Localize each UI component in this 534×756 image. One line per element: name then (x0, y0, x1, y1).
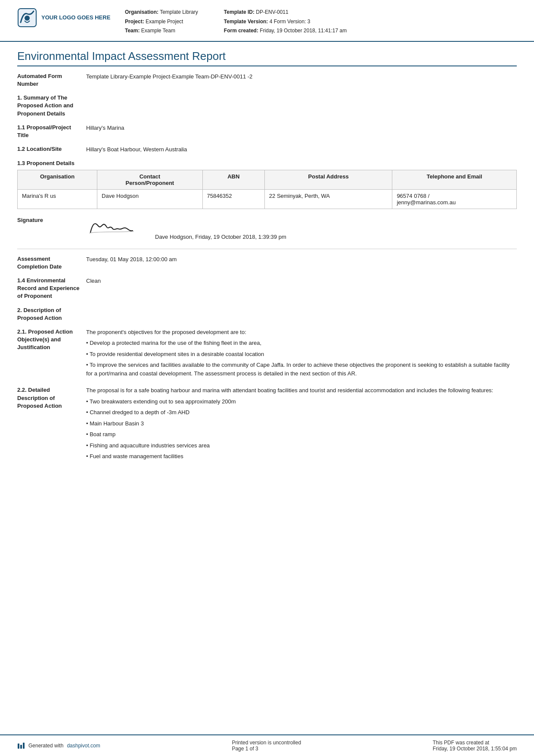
signature-row: Signature Dave Hodgson, Friday, 19 Octob… (17, 215, 517, 243)
dashpivot-logo-icon (17, 742, 25, 750)
assessment-completion-row: Assessment Completion Date Tuesday, 01 M… (17, 255, 517, 271)
page: YOUR LOGO GOES HERE Organisation: Templa… (0, 0, 534, 756)
section2-1-label: 2.1. Proposed Action Objective(s) and Ju… (17, 328, 86, 352)
section2-1-row: 2.1. Proposed Action Objective(s) and Ju… (17, 328, 517, 381)
project-label: Project: (125, 19, 144, 25)
table-row: Marina's R us Dave Hodgson 75846352 22 S… (18, 189, 517, 209)
team-value: Example Team (141, 28, 175, 34)
automated-form-label: Automated Form Number (17, 72, 86, 88)
section1-1-row: 1.1 Proposal/Project Title Hillary's Mar… (17, 124, 517, 139)
section1-1-value: Hillary's Marina (86, 124, 517, 132)
signature-area: Dave Hodgson, Friday, 19 October 2018, 1… (86, 215, 286, 243)
cell-organisation: Marina's R us (18, 189, 97, 209)
section1-4-value: Clean (86, 277, 517, 285)
signature-svg (86, 215, 142, 239)
proponent-table: Organisation ContactPerson/Proponent ABN… (17, 170, 517, 209)
footer-left: Generated with dashpivot.com (17, 742, 100, 750)
header-col-right: Template ID: DP-ENV-0011 Template Versio… (224, 8, 347, 36)
svg-point-1 (25, 16, 30, 21)
template-version-value: 4 (270, 19, 273, 25)
col-organisation: Organisation (18, 170, 97, 189)
signature-image (86, 215, 142, 243)
page-number: Page 1 of 3 (232, 746, 301, 752)
project-row: Project: Example Project (125, 17, 198, 27)
section1-2-row: 1.2 Location/Site Hillary's Boat Harbour… (17, 145, 517, 154)
header-meta: Organisation: Template Library Project: … (125, 8, 517, 36)
svg-rect-4 (23, 743, 25, 749)
cell-contact: Dave Hodgson (97, 189, 203, 209)
section2-2-row: 2.2. Detailed Description of Proposed Ac… (17, 386, 517, 463)
section1-4-row: 1.4 Environmental Record and Experience … (17, 277, 517, 300)
template-version-row: Template Version: 4 Form Version: 3 (224, 17, 347, 27)
svg-rect-2 (18, 744, 19, 749)
section1-4-label: 1.4 Environmental Record and Experience … (17, 277, 86, 300)
logo-text: YOUR LOGO GOES HERE (41, 14, 110, 22)
pdf-created-date: Friday, 19 October 2018, 1:55:04 pm (433, 746, 517, 752)
section2-label: 2. Description of Proposed Action (17, 306, 86, 322)
team-label: Team: (125, 28, 140, 34)
org-row: Organisation: Template Library (125, 8, 198, 17)
form-version-value: 3 (307, 19, 310, 25)
main-content: Environmental Impact Assessment Report A… (0, 42, 534, 734)
pdf-created-label: This PDF was created at (433, 740, 517, 746)
footer: Generated with dashpivot.com Printed ver… (0, 734, 534, 756)
col-abn: ABN (202, 170, 264, 189)
section1-2-label: 1.2 Location/Site (17, 145, 86, 153)
org-value: Template Library (160, 9, 198, 15)
signature-label: Signature (17, 215, 86, 223)
template-id-row: Template ID: DP-ENV-0011 (224, 8, 347, 17)
section2-1-bullet-1: • Develop a protected marina for the use… (86, 339, 517, 347)
section1-label: 1. Summary of The Proposed Action and Pr… (17, 94, 86, 118)
logo-icon (17, 8, 37, 28)
section2-2-bullet-4: • Boat ramp (86, 430, 517, 439)
col-telephone: Telephone and Email (392, 170, 517, 189)
team-row: Team: Example Team (125, 26, 198, 36)
header-col-left: Organisation: Template Library Project: … (125, 8, 198, 36)
footer-center: Printed version is uncontrolled Page 1 o… (232, 740, 301, 752)
section1-2-value: Hillary's Boat Harbour, Western Australi… (86, 145, 517, 154)
dashpivot-link[interactable]: dashpivot.com (67, 743, 100, 749)
form-version-label: Form Version: (274, 19, 306, 25)
project-value: Example Project (146, 19, 183, 25)
divider-1 (17, 249, 517, 249)
report-title: Environmental Impact Assessment Report (17, 50, 517, 66)
cell-postal: 22 Seminyak, Perth, WA (264, 189, 392, 209)
form-created-row: Form created: Friday, 19 October 2018, 1… (224, 26, 347, 36)
form-created-label: Form created: (224, 28, 258, 34)
section2-1-bullet-3: • To improve the services and facilities… (86, 361, 517, 378)
section2-2-intro: The proposal is for a safe boating harbo… (86, 386, 517, 395)
signature-info: Dave Hodgson, Friday, 19 October 2018, 1… (155, 234, 286, 243)
generated-with-text: Generated with (28, 743, 63, 749)
section2-2-content: The proposal is for a safe boating harbo… (86, 386, 517, 463)
section2-2-bullet-6: • Fuel and waste management facilities (86, 452, 517, 461)
section1-3-heading: 1.3 Proponent Details (17, 160, 517, 166)
section2-2-bullet-5: • Fishing and aquaculture industries ser… (86, 441, 517, 450)
assessment-completion-label: Assessment Completion Date (17, 255, 86, 271)
section2-1-intro: The proponent's objectives for the propo… (86, 328, 517, 337)
footer-right: This PDF was created at Friday, 19 Octob… (433, 740, 517, 752)
section2-row: 2. Description of Proposed Action (17, 306, 517, 322)
org-label: Organisation: (125, 9, 158, 15)
section1-row: 1. Summary of The Proposed Action and Pr… (17, 94, 517, 118)
section2-2-label: 2.2. Detailed Description of Proposed Ac… (17, 386, 86, 410)
form-created-value: Friday, 19 October 2018, 11:41:17 am (260, 28, 347, 34)
automated-form-value: Template Library-Example Project-Example… (86, 72, 517, 81)
section2-1-content: The proponent's objectives for the propo… (86, 328, 517, 381)
template-id-label: Template ID: (224, 9, 255, 15)
section1-1-label: 1.1 Proposal/Project Title (17, 124, 86, 139)
assessment-completion-value: Tuesday, 01 May 2018, 12:00:00 am (86, 255, 517, 264)
section2-2-bullet-2: • Channel dredged to a depth of -3m AHD (86, 408, 517, 417)
col-contact: ContactPerson/Proponent (97, 170, 203, 189)
header: YOUR LOGO GOES HERE Organisation: Templa… (0, 0, 534, 42)
section2-2-bullet-3: • Main Harbour Basin 3 (86, 419, 517, 428)
template-id-value: DP-ENV-0011 (256, 9, 288, 15)
uncontrolled-text: Printed version is uncontrolled (232, 740, 301, 746)
cell-telephone: 96574 0768 /jenny@marinas.com.au (392, 189, 517, 209)
svg-rect-3 (20, 745, 22, 749)
template-version-label: Template Version: (224, 19, 268, 25)
automated-form-row: Automated Form Number Template Library-E… (17, 72, 517, 88)
cell-abn: 75846352 (202, 189, 264, 209)
logo-area: YOUR LOGO GOES HERE (17, 8, 112, 28)
section2-1-bullet-2: • To provide residential development sit… (86, 350, 517, 359)
col-postal: Postal Address (264, 170, 392, 189)
